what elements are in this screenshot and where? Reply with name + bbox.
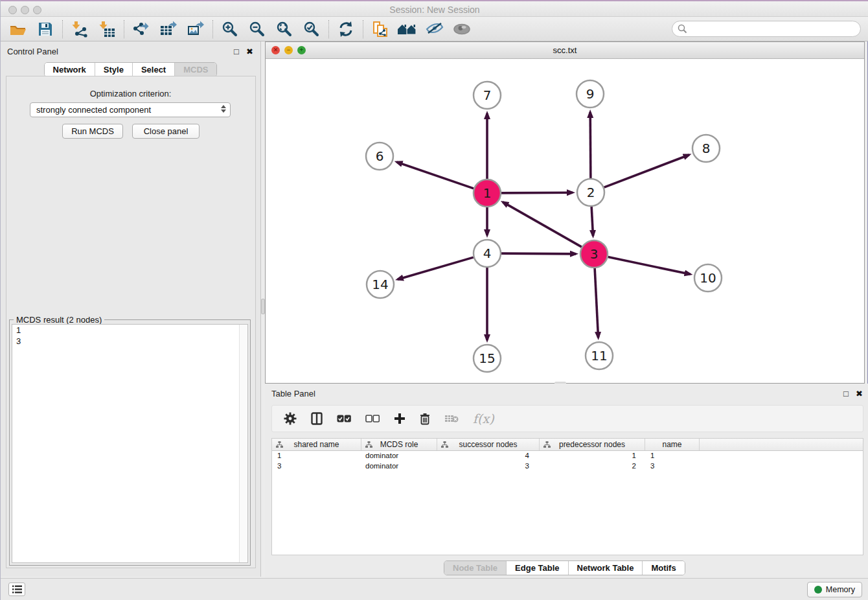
zoom-in-button[interactable] (216, 19, 244, 40)
hide-selected-button[interactable] (421, 19, 448, 40)
optimization-criterion-label: Optimization criterion: (1, 89, 260, 98)
delete-column-button[interactable] (420, 413, 430, 425)
mcds-result-list[interactable]: 1 3 (12, 324, 248, 563)
graph-node-label: 1 (483, 185, 492, 201)
save-floppy-icon (38, 21, 53, 37)
function-builder-button[interactable]: f(x) (473, 411, 494, 426)
graph-edge-2-8[interactable] (604, 155, 689, 187)
tab-motifs[interactable]: Motifs (642, 561, 684, 575)
column-panel-button[interactable] (311, 412, 323, 425)
float-panel-icon[interactable]: □ (234, 47, 239, 56)
network-window-titlebar[interactable]: ✕ − + scc.txt (266, 42, 864, 59)
hierarchy-icon (543, 441, 551, 448)
splitter-handle[interactable] (261, 299, 265, 314)
cell-mcds-role[interactable]: dominator (361, 451, 437, 461)
column-header-successor-nodes[interactable]: successor nodes (437, 439, 540, 450)
table-header-row: shared name MCDS role successor nodes pr… (272, 439, 863, 451)
zoom-selected-icon (303, 21, 320, 38)
graph-edge-2-3[interactable] (591, 207, 593, 236)
columns-icon (311, 412, 323, 425)
deselect-all-button[interactable] (365, 415, 380, 422)
float-table-panel-icon[interactable]: □ (843, 389, 849, 398)
memory-button[interactable]: Memory (807, 582, 862, 597)
refresh-view-button[interactable] (332, 19, 360, 40)
network-canvas[interactable]: 7968124314101511 (266, 59, 864, 383)
refresh-icon (337, 21, 354, 38)
import-table-button[interactable] (93, 19, 120, 40)
graph-edge-3-1[interactable] (503, 202, 582, 247)
criterion-dropdown[interactable]: strongly connected component (30, 102, 231, 117)
graph-edge-4-3[interactable] (501, 253, 576, 254)
node-table[interactable]: shared name MCDS role successor nodes pr… (271, 438, 863, 555)
export-table-button[interactable] (155, 19, 182, 40)
table-row[interactable]: 1 dominator 4 1 1 (272, 451, 863, 461)
memory-status-icon (814, 586, 822, 594)
tab-network[interactable]: Network (45, 63, 95, 76)
graph-node-label: 2 (587, 185, 595, 200)
tab-node-table[interactable]: Node Table (444, 561, 506, 575)
list-icon (12, 585, 22, 594)
graph-edge-1-2[interactable] (501, 192, 573, 193)
export-image-button[interactable] (182, 19, 209, 40)
status-bar: Memory (1, 578, 868, 600)
network-graph[interactable]: 7968124314101511 (266, 59, 864, 383)
select-all-button[interactable] (337, 415, 351, 422)
control-panel-title: Control Panel (7, 47, 58, 56)
cell-successor-nodes[interactable]: 3 (437, 461, 540, 472)
close-panel-button[interactable]: Close panel (132, 124, 200, 139)
log-console-button[interactable] (8, 583, 25, 596)
save-session-button[interactable] (32, 19, 59, 40)
graph-edge-3-11[interactable] (595, 268, 598, 338)
first-neighbors-button[interactable] (394, 19, 421, 40)
cell-shared-name[interactable]: 1 (272, 451, 361, 461)
cell-successor-nodes[interactable]: 4 (437, 451, 540, 461)
zoom-selected-button[interactable] (298, 19, 325, 40)
tab-edge-table[interactable]: Edge Table (506, 561, 567, 575)
search-field[interactable] (672, 21, 861, 37)
export-network-icon (132, 21, 150, 38)
export-network-button[interactable] (128, 19, 155, 40)
table-row[interactable]: 3 dominator 3 2 3 (272, 461, 863, 472)
show-all-button[interactable] (448, 19, 475, 40)
cell-predecessor-nodes[interactable]: 2 (540, 461, 645, 472)
tab-style[interactable]: Style (95, 63, 132, 76)
mcds-result-scrollbar[interactable] (239, 325, 247, 562)
close-panel-icon[interactable]: ✖ (246, 47, 253, 56)
zoom-out-button[interactable] (244, 19, 271, 40)
zoom-fit-button[interactable] (271, 19, 298, 40)
import-network-button[interactable] (66, 19, 93, 40)
tab-select[interactable]: Select (132, 63, 174, 76)
graph-node-label: 11 (591, 348, 607, 363)
graph-edge-1-6[interactable] (396, 162, 474, 189)
mcds-result-item[interactable]: 3 (12, 336, 247, 347)
open-session-button[interactable] (5, 19, 32, 40)
column-header-mcds-role[interactable]: MCDS role (361, 439, 437, 450)
cell-mcds-role[interactable]: dominator (361, 461, 437, 472)
close-table-panel-icon[interactable]: ✖ (856, 389, 863, 398)
cell-predecessor-nodes[interactable]: 1 (540, 451, 645, 461)
clone-network-button[interactable] (367, 19, 394, 40)
table-settings-button[interactable] (284, 412, 297, 425)
column-header-name[interactable]: name (645, 439, 700, 450)
table-toolbar: f(x) (271, 405, 863, 432)
search-input[interactable] (691, 24, 860, 34)
tab-mcds[interactable]: MCDS (174, 63, 216, 76)
column-header-shared-name[interactable]: shared name (272, 439, 361, 450)
application-window: Session: New Session (0, 0, 868, 600)
cell-name[interactable]: 1 (645, 451, 700, 461)
tab-network-table[interactable]: Network Table (568, 561, 643, 575)
cell-shared-name[interactable]: 3 (272, 461, 361, 472)
graph-edge-4-14[interactable] (398, 257, 474, 279)
graph-node-label: 10 (700, 270, 716, 286)
main-toolbar (1, 17, 868, 41)
cell-name[interactable]: 3 (645, 461, 700, 472)
export-table-icon (159, 21, 177, 38)
graph-node-label: 7 (483, 87, 492, 103)
graph-edge-3-10[interactable] (608, 257, 691, 275)
delete-table-button[interactable] (444, 414, 459, 423)
column-header-predecessor-nodes[interactable]: predecessor nodes (540, 439, 645, 450)
run-mcds-button[interactable]: Run MCDS (62, 124, 123, 139)
mcds-result-item[interactable]: 1 (12, 325, 247, 336)
graph-edge-2-9[interactable] (590, 112, 591, 178)
add-column-button[interactable] (394, 413, 405, 424)
